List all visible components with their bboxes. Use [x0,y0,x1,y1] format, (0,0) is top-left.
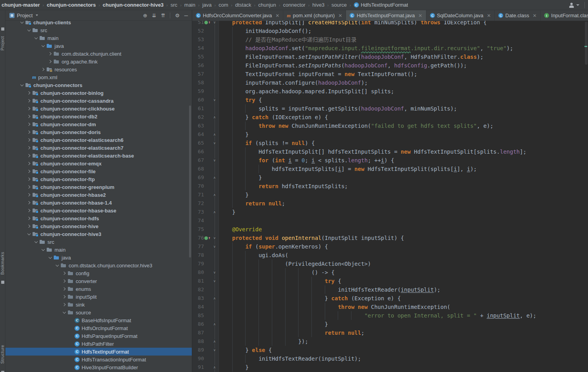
tree-item[interactable]: chunjun-connector-cassandra [5,97,192,105]
tree-item[interactable]: chunjun-connector-hbase2 [5,191,192,199]
fold-icon[interactable]: ∨ [211,242,218,251]
locate-icon[interactable]: ⊕ [143,13,147,18]
override-icon[interactable]: ↑ [204,234,211,242]
chevron-icon[interactable] [25,123,32,125]
chevron-icon[interactable] [18,85,25,86]
breadcrumb-item[interactable]: src [171,2,177,8]
tree-item[interactable]: chunjun-connector-ftp [5,175,192,183]
tree-item[interactable]: CHdfsPathFilter [5,340,192,348]
code-line-text[interactable]: if (super.openKerberos) { [218,242,588,251]
tool-window-button-structure[interactable]: Structure [0,340,5,368]
code-line-text[interactable]: HdfsTextInputSplit[] hdfsTextInputSplits… [218,147,588,156]
tree-item[interactable]: enums [5,285,192,293]
tree-item[interactable]: chunjun-connector-db2 [5,113,192,120]
code-line-text[interactable]: hadoopJobConf.set("mapreduce.input.filei… [218,44,588,53]
code-line-text[interactable]: } catch (IOException e) { [218,113,588,122]
chevron-icon[interactable] [40,249,46,250]
code-line-text[interactable]: () -> { [218,268,588,277]
fold-icon[interactable]: ∨ [211,277,218,285]
fold-icon[interactable]: ∧ [211,208,218,216]
code-line-text[interactable]: if (splits != null) { [218,139,588,147]
chevron-icon[interactable] [61,296,67,298]
tree-item[interactable]: resources [5,65,192,73]
tree-item[interactable]: chunjun-connector-hive [5,222,192,230]
chevron-icon[interactable] [47,53,53,55]
tool-window-button-project[interactable]: Project [0,33,5,53]
fold-icon[interactable]: ∨ [211,346,218,354]
fold-icon[interactable]: ∧ [211,337,218,346]
code-line-text[interactable]: } [218,363,588,372]
code-line-text[interactable]: // 是否在MapReduce中递归遍历Input目录 [218,35,588,44]
code-line-text[interactable]: @Override [218,225,588,234]
breadcrumb-item[interactable]: java [202,2,212,8]
chevron-icon[interactable] [25,107,32,110]
code-editor[interactable]: 51↑∨ protected InputSplit[] createHdfsSp… [192,21,588,372]
chevron-icon[interactable] [25,131,32,133]
tree-item[interactable]: chunjun-connector-elasticsearch7 [5,144,192,152]
chevron-icon[interactable] [25,209,32,212]
code-line-text[interactable]: FileInputFormat.setInputPathFilter(hadoo… [218,53,588,61]
fold-icon[interactable]: ∨ [211,139,218,147]
fold-icon[interactable]: ∧ [211,320,218,328]
chevron-icon[interactable] [25,92,32,94]
chevron-icon[interactable] [25,115,32,118]
code-line-text[interactable]: try { [218,96,588,104]
code-line-text[interactable]: FileInputFormat.setInputPaths(hadoopJobC… [218,61,588,70]
chevron-icon[interactable] [25,201,32,204]
breadcrumb-item[interactable]: hive3 [312,2,324,8]
chevron-icon[interactable] [33,241,39,243]
code-line-text[interactable]: } [218,208,588,216]
chevron-icon[interactable] [25,154,32,157]
chevron-down-icon[interactable] [576,4,579,6]
tree-item[interactable]: chunjun-connector-hdfs [5,214,192,222]
tree-item[interactable]: source [5,308,192,316]
tree-item[interactable]: chunjun-connector-dm [5,120,192,128]
tree-item[interactable]: mpom.xml [5,73,192,81]
code-line-text[interactable]: } [218,320,588,328]
tree-item[interactable]: chunjun-connector-elasticsearch6 [5,136,192,144]
tree-item[interactable]: sink [5,301,192,308]
tree-item[interactable]: CHdfsOrcInputFormat [5,324,192,332]
chevron-icon[interactable] [61,272,67,274]
tree-item[interactable]: converter [5,277,192,285]
code-line-text[interactable]: TextInputFormat inputFormat = new TextIn… [218,70,588,78]
chevron-icon[interactable] [25,162,32,165]
tree-item[interactable]: chunjun-connectors [5,81,192,89]
chevron-icon[interactable] [47,257,53,258]
close-icon[interactable]: ✕ [419,13,422,18]
code-line-text[interactable]: org.apache.hadoop.mapred.InputSplit[] sp… [218,87,588,96]
tree-item[interactable]: chunjun-connector-doris [5,128,192,136]
tree-item[interactable]: main [5,34,192,42]
code-line-text[interactable]: protected void openInternal(InputSplit i… [218,234,588,242]
breadcrumb-item[interactable]: main [184,2,195,8]
code-line-text[interactable]: } catch (Exception e) { [218,294,588,303]
editor-tab[interactable]: CHdfsTextInputFormat.java✕ [346,10,426,21]
code-line-text[interactable]: ugi.doAs( [218,251,588,259]
code-line-text[interactable]: protected InputSplit[] createHdfsSplit(i… [218,21,588,27]
override-icon[interactable]: ↑ [204,21,211,27]
code-line-text[interactable]: } [218,173,588,182]
expand-all-icon[interactable]: ⇊ [152,13,156,18]
fold-icon[interactable]: ∧ [211,363,218,372]
editor-tab[interactable]: mpom.xml (chunjun)✕ [283,10,346,21]
hide-panel-icon[interactable]: ─ [184,13,188,18]
tree-item[interactable]: CHdfsTransactionInputFormat [5,356,192,363]
tree-scrollbar[interactable] [189,105,191,258]
gear-icon[interactable]: ⚙ [175,13,180,18]
tree-item[interactable]: chunjun-connector-hive3 [5,230,192,238]
fold-icon[interactable]: ∧ [211,294,218,303]
fold-icon[interactable]: ∨ [211,156,218,165]
tool-window-button-bookmarks[interactable]: Bookmarks [0,249,5,278]
code-line-text[interactable]: } [218,130,588,139]
breadcrumb-item[interactable]: connector [283,2,306,8]
chevron-icon[interactable] [25,30,32,31]
tree-item[interactable]: src [5,26,192,34]
tree-item[interactable]: com.dtstack.chunjun.client [5,50,192,58]
tree-item[interactable]: main [5,246,192,254]
code-line-text[interactable]: } [218,191,588,199]
code-line-text[interactable]: } else { [218,346,588,354]
chevron-icon[interactable] [54,265,60,266]
chevron-icon[interactable] [40,45,46,47]
code-line-text[interactable]: for (int i = 0; i < splits.length; ++i) … [218,156,588,165]
code-line-text[interactable]: try { [218,277,588,285]
